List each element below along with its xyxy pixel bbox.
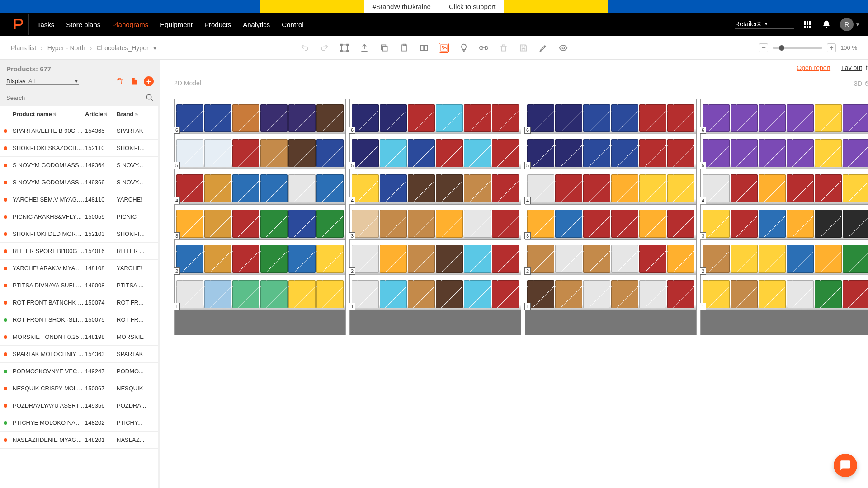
product-facing[interactable] [464,139,491,167]
product-facing[interactable] [260,210,288,238]
product-facing[interactable] [759,104,786,132]
product-facing[interactable] [815,104,842,132]
redo-icon[interactable] [320,43,330,53]
product-facing[interactable] [352,174,379,202]
product-facing[interactable] [492,245,519,273]
product-facing[interactable] [843,174,868,202]
breadcrumb-store[interactable]: Hyper - North [47,44,85,52]
shelf[interactable]: 3 [700,205,868,240]
product-facing[interactable] [492,280,519,308]
product-facing[interactable] [583,210,610,238]
product-facing[interactable] [527,280,554,308]
product-facing[interactable] [380,174,407,202]
product-facing[interactable] [176,245,203,273]
product-facing[interactable] [527,210,554,238]
product-facing[interactable] [352,245,379,273]
product-facing[interactable] [436,174,463,202]
product-facing[interactable] [380,139,407,167]
product-facing[interactable] [815,139,842,167]
product-facing[interactable] [464,104,491,132]
shelf[interactable]: 3 [174,205,346,240]
product-facing[interactable] [583,174,610,202]
gondola[interactable]: 654321 [700,99,868,335]
planogram-canvas[interactable]: 654321654321654321654321 [160,90,868,488]
shelf[interactable]: 5 [174,134,346,169]
product-facing[interactable] [288,210,316,238]
gondola[interactable]: 654321 [525,99,697,335]
frame-icon[interactable] [340,43,349,53]
product-row[interactable]: SHOKI-TOKI SKAZOCH.PA... 152110 SHOKI-T.… [0,140,158,157]
product-facing[interactable] [555,104,582,132]
shelf[interactable]: 4 [174,169,346,205]
undo-icon[interactable] [300,43,310,53]
nav-item-analytics[interactable]: Analytics [243,21,270,28]
product-row[interactable]: ROT FRONT SHOK.-SLIV.V... 150075 ROT FR.… [0,311,158,328]
delete-products-button[interactable] [115,76,125,86]
product-facing[interactable] [787,174,814,202]
view-3d-toggle[interactable]: 3D [854,80,868,87]
product-facing[interactable] [555,210,582,238]
open-report-link[interactable]: Open report [797,64,830,71]
product-row[interactable]: PTICHYE MOLOKO NASTO... 148202 PTICHY... [0,414,158,432]
product-row[interactable]: SPARTAK MOLOCHNIY MC... 154363 SPARTAK [0,346,158,363]
product-facing[interactable] [787,104,814,132]
product-row[interactable]: SHOKI-TOKI DED MOROZ ... 152103 SHOKI-T.… [0,225,158,243]
product-facing[interactable] [555,139,582,167]
product-facing[interactable] [464,174,491,202]
product-facing[interactable] [232,104,259,132]
product-facing[interactable] [731,174,758,202]
product-facing[interactable] [232,210,259,238]
clipboard-icon[interactable] [399,43,409,53]
product-facing[interactable] [260,139,288,167]
product-facing[interactable] [204,104,231,132]
product-facing[interactable] [204,139,231,167]
search-icon[interactable] [146,94,154,102]
product-facing[interactable] [204,280,231,308]
product-facing[interactable] [611,104,638,132]
user-menu[interactable]: R ▼ [840,18,860,31]
product-row[interactable]: PTITSA DIVNAYA SUFLE 0... 149008 PTITSA … [0,277,158,294]
product-facing[interactable] [667,210,694,238]
product-facing[interactable] [492,174,519,202]
product-facing[interactable] [843,280,868,308]
shelf[interactable]: 6 [525,99,697,134]
product-facing[interactable] [260,245,288,273]
product-facing[interactable] [527,139,554,167]
product-facing[interactable] [667,104,694,132]
nav-item-equipment[interactable]: Equipment [160,21,193,28]
product-facing[interactable] [703,139,730,167]
col-article[interactable]: Article⇅ [85,111,117,117]
product-facing[interactable] [527,245,554,273]
product-facing[interactable] [352,104,379,132]
product-facing[interactable] [288,139,316,167]
product-facing[interactable] [611,174,638,202]
shelf[interactable]: 6 [174,99,346,134]
product-facing[interactable] [232,280,259,308]
shelf[interactable]: 3 [525,205,697,240]
product-facing[interactable] [288,280,316,308]
product-facing[interactable] [843,245,868,273]
product-row[interactable]: NASLAZHDENIE MYAGKAY... 148201 NASLAZ... [0,432,158,449]
product-facing[interactable] [380,245,407,273]
product-facing[interactable] [667,280,694,308]
product-row[interactable]: POZDRAVLYAYU ASSRT. A... 149356 POZDRA..… [0,397,158,414]
product-row[interactable]: RITTER SPORT BI100G WS... 154016 RITTER … [0,243,158,260]
shelf[interactable]: 2 [700,240,868,275]
product-facing[interactable] [260,280,288,308]
product-facing[interactable] [408,280,435,308]
product-facing[interactable] [408,104,435,132]
product-facing[interactable] [527,104,554,132]
product-facing[interactable] [380,210,407,238]
product-facing[interactable] [176,210,203,238]
product-facing[interactable] [583,245,610,273]
col-product-name[interactable]: Product name⇅ [13,111,85,117]
product-facing[interactable] [316,245,344,273]
product-facing[interactable] [731,104,758,132]
shelf[interactable]: 1 [174,275,346,310]
product-facing[interactable] [583,104,610,132]
eye-icon[interactable] [558,43,568,53]
product-facing[interactable] [352,210,379,238]
product-facing[interactable] [639,245,666,273]
product-facing[interactable] [843,210,868,238]
product-facing[interactable] [436,245,463,273]
